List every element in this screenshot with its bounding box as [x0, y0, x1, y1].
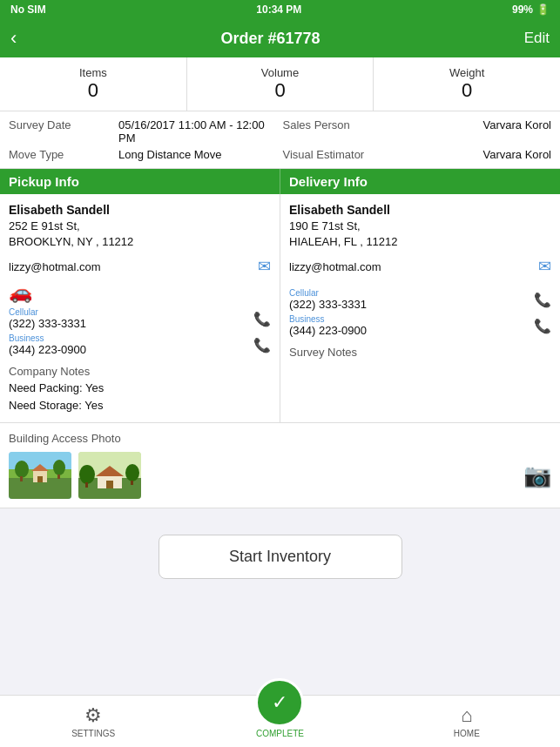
delivery-biz-label: Business [289, 314, 367, 324]
back-button[interactable]: ‹ [10, 27, 17, 50]
delivery-cell-icon: 📞 [534, 292, 551, 308]
camera-icon[interactable]: 📷 [523, 462, 551, 489]
home-icon: ⌂ [461, 704, 472, 727]
svg-point-6 [15, 461, 29, 478]
info-grid: Survey Date 05/16/2017 11:00 AM - 12:00 … [0, 111, 560, 169]
delivery-cell-number[interactable]: (322) 333-3331 [289, 298, 367, 311]
survey-date-value: 05/16/2017 11:00 AM - 12:00 PM [118, 118, 278, 145]
items-value: 0 [5, 79, 181, 102]
items-label: Items [5, 66, 181, 79]
pickup-cell-icon: 📞 [253, 311, 271, 327]
photos-list [9, 452, 141, 499]
pickup-car-icon: 🚗 [9, 281, 271, 304]
home-label: HOME [454, 729, 480, 738]
battery-icon: 🔋 [536, 3, 550, 16]
tab-complete[interactable]: ✓ COMPLETE [186, 696, 373, 747]
contact-details-row: Elisabeth Sandell 252 E 91st St, BROOKLY… [0, 194, 560, 423]
complete-label: COMPLETE [256, 729, 304, 738]
pickup-addr2: BROOKLYN, NY , 11212 [9, 234, 271, 250]
building-section: Building Access Photo [0, 423, 560, 508]
pickup-email-row: lizzy@hotmal.com ✉ [9, 257, 271, 276]
company-notes-label: Company Notes [9, 365, 271, 378]
company-note2: Need Storage: Yes [9, 397, 271, 414]
delivery-name: Elisabeth Sandell [289, 203, 551, 217]
weight-value: 0 [379, 79, 555, 102]
svg-point-17 [125, 464, 139, 481]
pickup-header: Pickup Info [0, 169, 280, 194]
nav-title: Order #61778 [220, 30, 320, 48]
survey-notes: Survey Notes [289, 346, 551, 359]
pickup-email-icon: ✉ [258, 257, 271, 276]
svg-rect-14 [106, 481, 113, 488]
pickup-name: Elisabeth Sandell [9, 203, 271, 217]
svg-point-8 [53, 460, 65, 475]
complete-icon: ✓ [272, 691, 287, 714]
photo-thumb-2[interactable] [78, 452, 141, 499]
sales-person-value: Varvara Korol [393, 118, 552, 145]
tab-bar: ⚙ SETTINGS ✓ COMPLETE ⌂ HOME [0, 695, 560, 747]
start-inventory-button[interactable]: Start Inventory [159, 535, 402, 579]
svg-rect-9 [57, 474, 60, 479]
company-note1: Need Packing: Yes [9, 380, 271, 397]
svg-rect-16 [85, 482, 88, 488]
svg-rect-18 [131, 481, 133, 485]
survey-date-label: Survey Date [9, 118, 113, 145]
building-label: Building Access Photo [9, 432, 551, 445]
delivery-email[interactable]: lizzy@hotmal.com [289, 260, 381, 273]
settings-icon: ⚙ [84, 704, 102, 727]
pickup-biz-row: Business (344) 223-0900 📞 [9, 333, 271, 356]
stat-weight: Weight 0 [374, 57, 560, 111]
photos-row: 📷 [9, 452, 551, 499]
inventory-section: Start Inventory [0, 508, 560, 605]
carrier-label: No SIM [10, 3, 46, 16]
pickup-col: Elisabeth Sandell 252 E 91st St, BROOKLY… [0, 194, 280, 422]
photo-thumb-1[interactable] [9, 452, 71, 499]
delivery-biz-icon: 📞 [534, 318, 551, 334]
volume-label: Volume [192, 66, 368, 79]
stats-row: Items 0 Volume 0 Weight 0 [0, 57, 560, 111]
move-type-value: Long Distance Move [118, 148, 278, 161]
visual-estimator-value: Varvara Korol [393, 148, 552, 161]
volume-value: 0 [192, 79, 368, 102]
company-notes: Company Notes Need Packing: Yes Need Sto… [9, 365, 271, 414]
pickup-email[interactable]: lizzy@hotmal.com [9, 260, 101, 273]
delivery-addr2: HIALEAH, FL , 11212 [289, 234, 551, 250]
nav-bar: ‹ Order #61778 Edit [0, 19, 560, 57]
delivery-biz-number[interactable]: (344) 223-0900 [289, 324, 367, 337]
pickup-cell-label: Cellular [9, 307, 86, 317]
delivery-email-row: lizzy@hotmal.com ✉ [289, 257, 551, 276]
pickup-biz-label: Business [9, 333, 86, 343]
survey-notes-label: Survey Notes [289, 346, 551, 359]
pickup-addr1: 252 E 91st St, [9, 219, 271, 234]
edit-button[interactable]: Edit [524, 30, 550, 47]
section-headers-row: Pickup Info Delivery Info [0, 169, 560, 194]
delivery-biz-row: Business (344) 223-0900 📞 [289, 314, 551, 337]
weight-label: Weight [379, 66, 555, 79]
pickup-biz-icon: 📞 [253, 337, 271, 353]
delivery-email-icon: ✉ [538, 257, 551, 276]
stat-volume: Volume 0 [187, 57, 374, 111]
settings-label: SETTINGS [71, 729, 115, 738]
stat-items: Items 0 [0, 57, 187, 111]
pickup-biz-number[interactable]: (344) 223-0900 [9, 343, 86, 356]
delivery-addr1: 190 E 71st St, [289, 219, 551, 234]
delivery-cell-label: Cellular [289, 288, 367, 298]
delivery-header: Delivery Info [280, 169, 560, 194]
battery-label: 99% [512, 3, 533, 16]
visual-estimator-label: Visual Estimator [283, 148, 388, 161]
svg-rect-5 [37, 476, 43, 482]
delivery-cell-row: Cellular (322) 333-3331 📞 [289, 288, 551, 311]
svg-point-15 [79, 465, 95, 484]
tab-home[interactable]: ⌂ HOME [374, 696, 560, 747]
sales-person-label: Sales Person [283, 118, 388, 145]
svg-rect-7 [20, 476, 23, 481]
status-right: 99% 🔋 [512, 3, 550, 16]
complete-bubble: ✓ [255, 678, 304, 727]
delivery-col: Elisabeth Sandell 190 E 71st St, HIALEAH… [280, 194, 560, 422]
pickup-cell-number[interactable]: (322) 333-3331 [9, 317, 86, 330]
tab-settings[interactable]: ⚙ SETTINGS [0, 696, 186, 747]
move-type-label: Move Type [9, 148, 113, 161]
time-label: 10:34 PM [256, 3, 301, 16]
pickup-cell-row: Cellular (322) 333-3331 📞 [9, 307, 271, 330]
status-bar: No SIM 10:34 PM 99% 🔋 [0, 0, 560, 19]
